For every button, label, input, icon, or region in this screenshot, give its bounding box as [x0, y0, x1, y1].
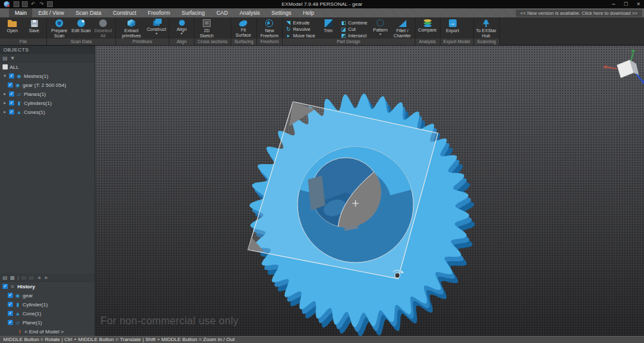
- close-button[interactable]: ×: [637, 0, 640, 8]
- extract-primitives-button[interactable]: Extract primitives: [118, 18, 145, 38]
- navigation-triad[interactable]: [603, 49, 644, 84]
- move-face-button[interactable]: ▸Move face: [285, 33, 317, 39]
- history-row-gear[interactable]: ✓ ◉ gear: [0, 291, 95, 300]
- group-name-part-design: Part Design: [283, 39, 415, 45]
- checkbox[interactable]: ✓: [9, 100, 14, 106]
- construct-icon: [153, 21, 160, 26]
- 2d-sketch-button[interactable]: 2D Sketch: [196, 18, 217, 38]
- deselect-all-icon: [99, 19, 107, 27]
- expander-icon[interactable]: ▸: [3, 100, 7, 106]
- dropdown-caret-icon: ▾: [379, 33, 381, 36]
- gear-model-scene[interactable]: [95, 46, 644, 336]
- expander-icon[interactable]: ▾: [3, 73, 7, 79]
- menu-main[interactable]: Main: [9, 8, 32, 17]
- history-tree-icon[interactable]: ▦: [10, 274, 15, 281]
- surface-icon: [239, 20, 249, 28]
- combine-button[interactable]: ◧Combine: [340, 20, 369, 26]
- compare-button[interactable]: Compare: [417, 18, 438, 33]
- menu-edit-view[interactable]: Edit / View: [32, 8, 70, 17]
- window-title: EXModel 7.9.48 PERSONAL - gear: [281, 1, 363, 7]
- list-view-icon[interactable]: ▤: [3, 55, 8, 62]
- checkbox[interactable]: ✓: [8, 311, 13, 316]
- history-header-row[interactable]: ✓ ≡ History: [0, 282, 95, 291]
- group-name-file: File: [0, 39, 46, 45]
- checkbox[interactable]: ✓: [9, 91, 14, 97]
- app-logo-icon[interactable]: [4, 1, 10, 7]
- tree-row-gear[interactable]: ✓ ◉ gear (T: 2 500 054): [0, 80, 95, 89]
- filter-icon[interactable]: ▼: [10, 55, 15, 62]
- fit-surface-button[interactable]: Fit Surface: [233, 18, 254, 37]
- tree-row-planes[interactable]: ▸ ✓ ▱ Planes(1): [0, 89, 95, 98]
- menu-settings[interactable]: Settings: [266, 8, 298, 17]
- hub-icon: [482, 19, 490, 27]
- menu-freeform[interactable]: Freeform: [142, 8, 176, 17]
- expander-icon[interactable]: ▸: [3, 91, 7, 97]
- combine-icon: ◧: [341, 20, 346, 26]
- checkbox[interactable]: ✓: [3, 284, 8, 289]
- deselect-all-button[interactable]: Deselect All: [93, 18, 113, 38]
- cylinder-icon: ▮: [16, 100, 22, 106]
- menu-scan-data[interactable]: Scan Data: [70, 8, 107, 17]
- fillet-chamfer-button[interactable]: Fillet / Chamfer: [392, 18, 413, 38]
- minimize-button[interactable]: –: [612, 0, 615, 8]
- step-box-icon[interactable]: ▭: [29, 274, 34, 281]
- intersect-button[interactable]: ◩Intersect: [340, 33, 369, 39]
- menu-surfacing[interactable]: Surfacing: [176, 8, 211, 17]
- save-as-icon[interactable]: [22, 1, 28, 7]
- cut-button[interactable]: ◪Cut: [340, 26, 369, 32]
- to-exstar-hub-button[interactable]: To EXStar Hub: [476, 18, 497, 38]
- maximize-button[interactable]: □: [624, 0, 627, 8]
- history-row-plane[interactable]: ✓ ▱ Plane(1): [0, 318, 95, 327]
- checkbox[interactable]: ✓: [9, 73, 14, 79]
- intersect-icon: ◩: [341, 33, 346, 39]
- new-freeform-button[interactable]: New Freeform: [259, 18, 279, 38]
- history-row-cone[interactable]: ✓ ▲ Cone(1): [0, 309, 95, 318]
- ribbon-group-scanning: To EXStar Hub Scanning: [474, 17, 500, 45]
- checkbox[interactable]: ✓: [8, 293, 13, 298]
- export-button[interactable]: Export: [442, 18, 463, 33]
- 3d-viewport[interactable]: For non-commercial use only: [95, 46, 644, 336]
- step-first-icon[interactable]: ◄: [36, 274, 41, 281]
- menu-help[interactable]: Help: [297, 8, 319, 17]
- tree-row-cylinders[interactable]: ▸ ✓ ▮ Cylinders(1): [0, 98, 95, 107]
- construct-button[interactable]: Construct ▾: [146, 18, 167, 35]
- trim-button[interactable]: Trim: [318, 18, 339, 33]
- pattern-icon: [377, 19, 384, 26]
- menu-cad[interactable]: CAD: [211, 8, 234, 17]
- revolve-button[interactable]: ↻Revolve: [285, 26, 317, 32]
- group-name-analysis: Analysis: [415, 39, 440, 45]
- expander-icon[interactable]: ▸: [3, 109, 7, 115]
- history-list-icon[interactable]: ▤: [3, 274, 8, 281]
- sketch-icon: [203, 19, 211, 27]
- checkbox[interactable]: ✓: [8, 320, 13, 325]
- prepare-scan-button[interactable]: Prepare Scan: [49, 18, 70, 38]
- checkbox[interactable]: ✓: [8, 82, 13, 88]
- extrude-icon: ◥: [286, 20, 291, 26]
- align-button[interactable]: Align ▾: [171, 18, 192, 35]
- undo-icon[interactable]: ↶: [30, 1, 36, 7]
- extrude-button[interactable]: ◥Extrude: [285, 20, 317, 26]
- customize-icon[interactable]: [47, 1, 53, 7]
- update-notification-link[interactable]: << New version is available. Click here …: [516, 10, 642, 17]
- pattern-button[interactable]: Pattern ▾: [370, 18, 391, 36]
- cone-icon: ▲: [15, 311, 21, 317]
- menu-analysis[interactable]: Analysis: [234, 8, 266, 17]
- checkbox[interactable]: [3, 64, 8, 70]
- open-button[interactable]: Open: [2, 18, 23, 33]
- history-row-cylinder[interactable]: ✓ ▮ Cylinder(1): [0, 300, 95, 309]
- save-icon[interactable]: [14, 1, 19, 7]
- menu-construct[interactable]: Construct: [107, 8, 142, 17]
- tree-row-cones[interactable]: ▸ ✓ ▲ Cones(1): [0, 107, 95, 116]
- tree-row-meshes[interactable]: ▾ ✓ ◉ Meshes(1): [0, 71, 95, 80]
- edit-scan-button[interactable]: Edit Scan: [71, 18, 91, 33]
- step-box-icon[interactable]: ▭: [21, 274, 26, 281]
- redo-icon[interactable]: ↷: [39, 1, 44, 7]
- history-end-marker[interactable]: ! < End of Model >: [0, 327, 95, 336]
- step-last-icon[interactable]: ►: [44, 274, 49, 281]
- tree-row-all[interactable]: ALL: [0, 62, 95, 71]
- checkbox[interactable]: ✓: [8, 302, 13, 307]
- end-marker-icon: !: [17, 329, 23, 335]
- trim-icon: [325, 19, 332, 27]
- checkbox[interactable]: ✓: [9, 109, 14, 115]
- save-button[interactable]: Save: [24, 18, 44, 33]
